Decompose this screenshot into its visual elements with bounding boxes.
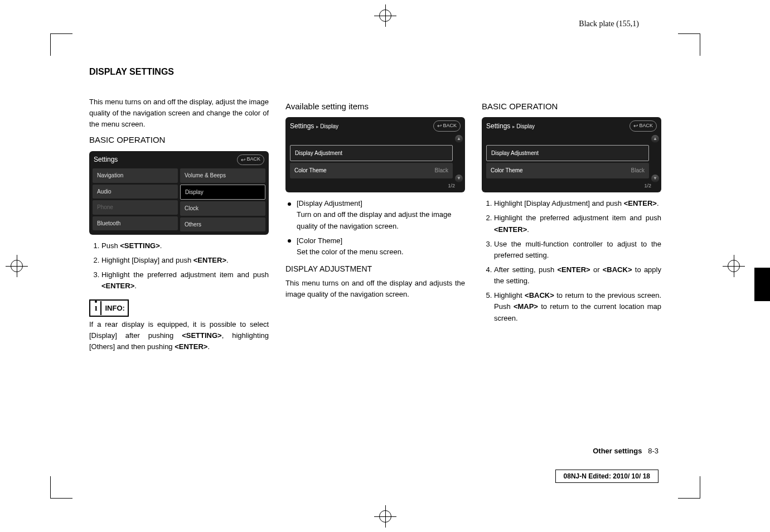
registration-mark-right: [723, 255, 745, 277]
back-button: BACK: [629, 120, 657, 132]
plate-label: Black plate (155,1): [579, 20, 639, 28]
crop-mark: [678, 33, 700, 56]
audio-cell: Audio: [93, 185, 178, 199]
basic-operation-heading: BASIC OPERATION: [89, 133, 269, 146]
page-content: DISPLAY SETTINGS This menu turns on and …: [89, 67, 661, 468]
section-tab: [754, 268, 770, 301]
display-adjustment-row: Display Adjustment: [290, 145, 453, 162]
scroll-bar: ▲ ▼: [651, 135, 659, 182]
ss-breadcrumb: Settings ▸ Display: [486, 121, 535, 132]
display-settings-screenshot-2: Settings ▸ Display BACK Display Adjustme…: [482, 117, 661, 192]
step: Highlight the preferred adjustment item …: [494, 212, 661, 235]
step: After setting, push <ENTER> or <BACK> to…: [494, 264, 661, 287]
volume-cell: Volume & Beeps: [180, 168, 265, 183]
column-1: This menu turns on and off the display, …: [89, 96, 269, 356]
scroll-down-icon: ▼: [651, 175, 659, 182]
info-text: If a rear display is equipped, it is pos…: [89, 319, 269, 352]
color-theme-row: Color ThemeBlack: [290, 163, 453, 178]
page-indicator: 1/2: [644, 182, 651, 190]
page-footer: Other settings 8-3: [593, 447, 658, 455]
nav-cell: Navigation: [93, 168, 178, 183]
registration-mark-bottom: [374, 505, 396, 528]
phone-cell: Phone: [93, 200, 178, 215]
info-box: ı INFO:: [89, 299, 129, 317]
steps-list: Push <SETTING>. Highlight [Display] and …: [89, 240, 269, 292]
crop-mark: [678, 476, 700, 499]
intro-text: This menu turns on and off the display, …: [89, 96, 269, 130]
display-adjustment-text: This menu turns on and off the display a…: [285, 278, 465, 300]
back-button: BACK: [433, 120, 461, 132]
steps-list: Highlight [Display Adjustment] and push …: [482, 198, 661, 323]
bullet-item: [Color Theme]Set the color of the menu s…: [288, 235, 465, 258]
display-settings-screenshot: Settings ▸ Display BACK Display Adjustme…: [285, 117, 465, 192]
ss-breadcrumb: Settings ▸ Display: [290, 121, 338, 132]
ss-title: Settings: [94, 154, 118, 165]
scroll-down-icon: ▼: [455, 175, 463, 182]
bullet-list: [Display Adjustment]Turn on and off the …: [285, 198, 465, 258]
back-button: BACK: [237, 154, 264, 166]
step: Push <SETTING>.: [101, 240, 269, 252]
crop-mark: [50, 476, 72, 499]
page-title: DISPLAY SETTINGS: [89, 67, 661, 77]
scroll-bar: ▲ ▼: [455, 135, 463, 182]
info-icon: ı: [91, 301, 101, 315]
settings-screenshot: Settings BACK Navigation Audio Phone Blu…: [89, 151, 269, 235]
info-label: INFO:: [101, 303, 124, 314]
step: Highlight <BACK> to return to the previo…: [494, 290, 661, 323]
step: Highlight the preferred adjustment item …: [101, 269, 269, 292]
scroll-up-icon: ▲: [455, 135, 463, 143]
others-cell: Others: [180, 217, 265, 232]
display-adjustment-row: Display Adjustment: [486, 145, 649, 162]
crop-mark: [50, 33, 72, 56]
bluetooth-cell: Bluetooth: [93, 216, 178, 231]
step: Highlight [Display] and push <ENTER>.: [101, 255, 269, 266]
edit-info-box: 08NJ-N Edited: 2010/ 10/ 18: [555, 470, 658, 483]
available-items-heading: Available setting items: [285, 100, 465, 113]
basic-operation-heading: BASIC OPERATION: [482, 100, 661, 113]
page-indicator: 1/2: [448, 182, 455, 190]
display-cell: Display: [180, 185, 265, 200]
column-2: Available setting items Settings ▸ Displ…: [285, 96, 465, 356]
display-adjustment-heading: DISPLAY ADJUSTMENT: [285, 263, 465, 275]
scroll-up-icon: ▲: [651, 135, 659, 143]
color-theme-row: Color ThemeBlack: [486, 163, 649, 178]
step: Highlight [Display Adjustment] and push …: [494, 198, 661, 209]
registration-mark-top: [374, 4, 396, 27]
clock-cell: Clock: [180, 201, 265, 216]
registration-mark-left: [6, 255, 28, 277]
bullet-item: [Display Adjustment]Turn on and off the …: [288, 198, 465, 231]
step: Use the multi-function controller to adj…: [494, 239, 661, 261]
column-3: BASIC OPERATION Settings ▸ Display BACK …: [482, 96, 661, 356]
